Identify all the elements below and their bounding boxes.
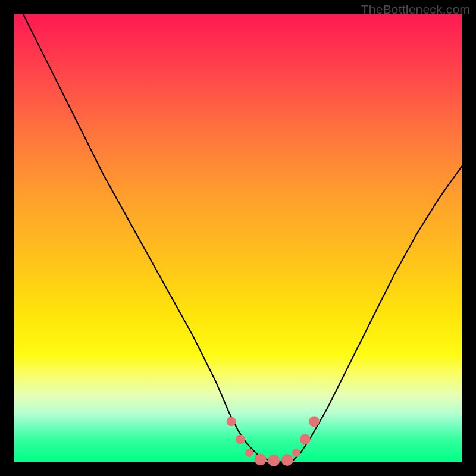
marker-i — [309, 416, 320, 427]
marker-c — [245, 449, 253, 457]
marker-group — [227, 416, 320, 466]
marker-d — [255, 453, 267, 465]
marker-e — [268, 455, 280, 466]
chart-plot-area — [14, 14, 462, 462]
marker-b — [236, 434, 245, 444]
marker-h — [300, 434, 311, 444]
watermark-text: TheBottleneck.com — [361, 2, 470, 17]
marker-a — [227, 416, 236, 426]
chart-svg — [14, 14, 462, 462]
marker-g — [292, 449, 300, 457]
chart-frame: TheBottleneck.com — [0, 0, 476, 476]
bottleneck-curve — [23, 14, 462, 462]
marker-f — [281, 454, 293, 466]
